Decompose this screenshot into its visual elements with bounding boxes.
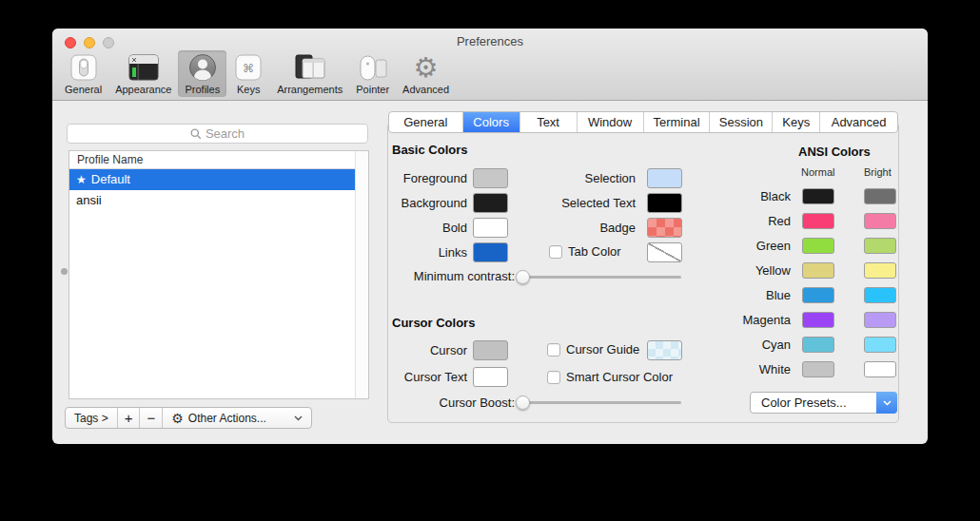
tab-text[interactable]: Text <box>520 112 578 132</box>
slider-knob[interactable] <box>516 396 530 410</box>
ansi-cyan-bright-well[interactable] <box>864 337 896 353</box>
ansi-white-normal-well[interactable] <box>802 361 834 377</box>
svg-text:⌘: ⌘ <box>243 62 254 75</box>
cursor-label: Cursor <box>343 340 467 360</box>
tab-keys[interactable]: Keys <box>773 112 820 132</box>
ansi-blue-normal-well[interactable] <box>802 287 834 303</box>
ansi-black-normal-well[interactable] <box>802 188 834 204</box>
remove-profile-button[interactable]: − <box>140 408 163 428</box>
search-placeholder: Search <box>206 126 245 141</box>
selected-text-color-well[interactable] <box>647 193 682 213</box>
cursor-guide-label: Cursor Guide <box>566 342 639 357</box>
minimum-contrast-label: Minimum contrast: <box>372 269 515 284</box>
slider-track[interactable] <box>519 276 681 279</box>
ansi-blue-bright-well[interactable] <box>864 287 896 303</box>
smart-cursor-color-label: Smart Cursor Color <box>566 370 673 385</box>
ansi-black-label: Black <box>696 188 791 204</box>
tab-window[interactable]: Window <box>578 112 644 132</box>
slider-track[interactable] <box>519 401 681 404</box>
other-actions-dropdown[interactable]: ⚙ Other Actions... <box>163 408 311 428</box>
badge-label: Badge <box>512 218 636 238</box>
cursor-text-label: Cursor Text <box>343 367 467 387</box>
profile-name: ansii <box>76 193 102 207</box>
ansi-normal-header: Normal <box>801 166 834 178</box>
tab-session[interactable]: Session <box>710 112 773 132</box>
tab-colors[interactable]: Colors <box>463 112 520 132</box>
selected-text-label: Selected Text <box>512 193 636 213</box>
ansi-red-label: Red <box>696 213 791 229</box>
toolbar-item-arrangements[interactable]: Arrangements <box>270 50 349 97</box>
ansi-yellow-bright-well[interactable] <box>864 262 896 279</box>
ansi-green-label: Green <box>696 238 791 254</box>
tags-button[interactable]: Tags > <box>66 408 118 428</box>
profile-actions-group: Tags > + − ⚙ Other Actions... <box>65 407 312 429</box>
tab-advanced[interactable]: Advanced <box>820 112 897 132</box>
search-icon <box>190 128 202 140</box>
ansi-colors-title: ANSI Colors <box>798 145 871 159</box>
toolbar-item-advanced[interactable]: ⚙ Advanced <box>396 50 456 97</box>
mouse-pointer-icon <box>357 53 389 83</box>
tab-general[interactable]: General <box>389 112 463 132</box>
ansi-yellow-label: Yellow <box>696 262 791 279</box>
ansi-cyan-normal-well[interactable] <box>802 337 834 353</box>
dropdown-arrow-button[interactable] <box>876 392 897 414</box>
add-profile-button[interactable]: + <box>118 408 141 428</box>
bold-color-well[interactable] <box>473 218 508 238</box>
tab-color-checkbox[interactable] <box>549 245 562 259</box>
chevron-down-icon <box>294 415 303 421</box>
cursor-guide-color-well[interactable] <box>647 340 682 360</box>
ansi-cyan-label: Cyan <box>696 337 791 353</box>
tab-color-well[interactable] <box>647 242 682 262</box>
cursor-colors-title: Cursor Colors <box>392 316 475 330</box>
search-input[interactable]: Search <box>67 124 368 144</box>
profile-list-scrollbar[interactable] <box>355 151 368 398</box>
ansi-magenta-normal-well[interactable] <box>802 312 834 328</box>
profile-row-ansii[interactable]: ansii <box>69 190 356 211</box>
toolbar-item-general[interactable]: General <box>58 50 108 97</box>
gear-icon: ⚙ <box>171 411 184 426</box>
bold-label: Bold <box>343 218 467 238</box>
badge-color-well[interactable] <box>647 218 682 238</box>
foreground-color-well[interactable] <box>473 168 508 188</box>
toolbar-item-keys[interactable]: ⌘ Keys <box>226 50 270 97</box>
smart-cursor-color-checkbox[interactable] <box>547 371 560 384</box>
profiles-avatar-icon <box>187 53 218 83</box>
slider-knob[interactable] <box>516 270 530 284</box>
ansi-red-normal-well[interactable] <box>802 213 834 229</box>
background-color-well[interactable] <box>473 193 508 213</box>
links-color-well[interactable] <box>473 242 508 262</box>
ansi-black-bright-well[interactable] <box>864 188 896 204</box>
ansi-yellow-normal-well[interactable] <box>802 262 834 279</box>
ansi-green-bright-well[interactable] <box>864 238 896 254</box>
tab-terminal[interactable]: Terminal <box>644 112 711 132</box>
preferences-toolbar: General Appearance <box>58 50 456 97</box>
gear-icon: ⚙ <box>414 53 439 83</box>
preferences-window: Preferences General <box>52 29 928 444</box>
selection-color-well[interactable] <box>647 168 682 188</box>
profile-row-default[interactable]: ★Default <box>69 169 356 190</box>
window-title: Preferences <box>52 34 928 48</box>
ansi-white-bright-well[interactable] <box>864 361 896 377</box>
profile-name: Default <box>91 172 130 186</box>
cursor-color-well[interactable] <box>473 340 508 360</box>
ansi-blue-label: Blue <box>696 287 791 303</box>
appearance-window-icon <box>125 53 163 83</box>
ansi-magenta-bright-well[interactable] <box>864 312 896 328</box>
toolbar-item-profiles[interactable]: Profiles <box>178 50 226 97</box>
cursor-guide-checkbox[interactable] <box>547 343 560 357</box>
window-edge-dot <box>61 268 68 275</box>
toolbar-item-appearance[interactable]: Appearance <box>108 50 178 97</box>
ansi-green-normal-well[interactable] <box>802 238 834 254</box>
background-label: Background <box>343 193 467 213</box>
settings-tabbar: General Colors Text Window Terminal Sess… <box>388 111 898 133</box>
color-presets-dropdown[interactable]: Color Presets... <box>750 392 897 414</box>
cursor-text-color-well[interactable] <box>473 367 508 387</box>
foreground-label: Foreground <box>343 168 467 188</box>
ansi-red-bright-well[interactable] <box>864 213 896 229</box>
chevron-down-icon <box>883 400 892 406</box>
selection-label: Selection <box>512 168 636 188</box>
toggle-switch-icon <box>67 53 101 83</box>
arrangements-windows-icon <box>292 53 328 83</box>
toolbar-item-pointer[interactable]: Pointer <box>349 50 396 97</box>
basic-colors-title: Basic Colors <box>392 143 467 157</box>
